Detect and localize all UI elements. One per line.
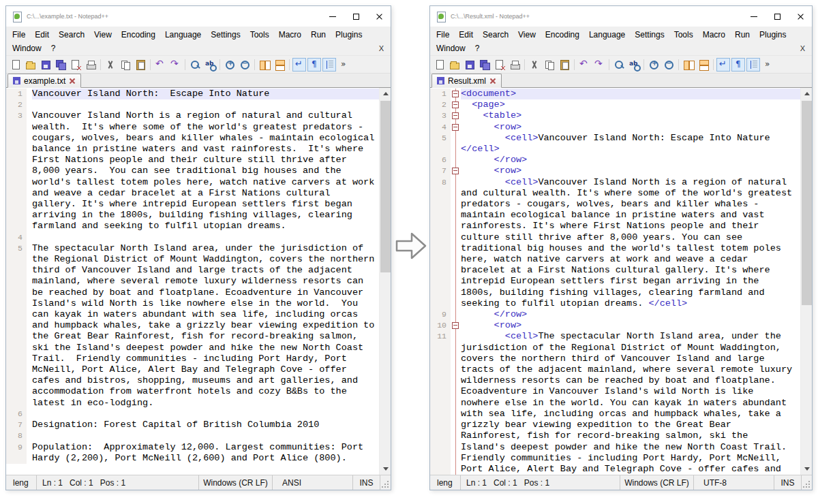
redo-button[interactable] xyxy=(592,58,606,72)
close-button[interactable] xyxy=(789,6,812,27)
menu-item-window[interactable]: Window xyxy=(7,44,46,53)
tab-result-xml[interactable]: Result.xml xyxy=(431,74,502,88)
menu-item-edit[interactable]: Edit xyxy=(30,30,54,40)
close-button[interactable] xyxy=(367,6,391,27)
menu-item-run[interactable]: Run xyxy=(306,30,331,40)
menu-item-search[interactable]: Search xyxy=(478,30,513,40)
undo-button[interactable] xyxy=(577,58,591,72)
status-insert-mode[interactable]: INS xyxy=(774,475,801,490)
print-button[interactable] xyxy=(508,58,521,72)
fold-collapse-button[interactable] xyxy=(452,322,459,329)
fold-collapse-button[interactable] xyxy=(452,101,459,108)
menu-item-file[interactable]: File xyxy=(431,30,454,40)
fold-collapse-button[interactable] xyxy=(452,168,459,174)
menu-item-encoding[interactable]: Encoding xyxy=(117,30,160,40)
zoom-out-button[interactable] xyxy=(238,58,252,72)
fold-collapse-button[interactable] xyxy=(452,112,459,119)
find-button[interactable] xyxy=(188,58,202,72)
sync-vertical-scroll-button[interactable] xyxy=(258,58,271,72)
menu-item-tools[interactable]: Tools xyxy=(245,30,274,40)
toolbar-overflow-button[interactable] xyxy=(337,58,351,72)
undo-button[interactable] xyxy=(153,58,167,72)
resize-grip[interactable] xyxy=(801,475,812,490)
tab-close-icon[interactable] xyxy=(489,78,496,84)
menu-item-view[interactable]: View xyxy=(513,30,541,40)
menu-close-button[interactable]: X xyxy=(379,44,384,52)
sync-vertical-scroll-button[interactable] xyxy=(682,58,695,72)
replace-button[interactable] xyxy=(203,58,217,72)
close-file-button[interactable] xyxy=(69,58,82,72)
maximize-button[interactable] xyxy=(344,6,367,27)
scrollbar-thumb[interactable] xyxy=(802,101,812,305)
close-file-button[interactable] xyxy=(493,58,506,72)
new-file-button[interactable] xyxy=(433,58,446,72)
resize-grip[interactable] xyxy=(380,475,391,490)
tab-close-icon[interactable] xyxy=(69,78,76,84)
show-all-characters-button[interactable] xyxy=(307,58,321,72)
menu-item-file[interactable]: File xyxy=(7,30,30,40)
show-indent-guide-button[interactable] xyxy=(322,58,336,72)
menu-item-search[interactable]: Search xyxy=(54,30,89,40)
paste-button[interactable] xyxy=(134,58,147,72)
open-file-button[interactable] xyxy=(448,58,461,72)
show-all-characters-button[interactable] xyxy=(731,58,745,72)
menu-item-language[interactable]: Language xyxy=(584,30,630,40)
editor-area[interactable]: 1Vancouver Island North: Escape Into Nat… xyxy=(6,88,391,475)
menu-item-encoding[interactable]: Encoding xyxy=(541,30,584,40)
scroll-down-button[interactable] xyxy=(801,463,812,475)
title-bar[interactable]: C:\...\Result.xml - Notepad++ xyxy=(430,6,812,27)
paste-button[interactable] xyxy=(558,58,571,72)
menu-item-language[interactable]: Language xyxy=(160,30,206,40)
menu-item-view[interactable]: View xyxy=(89,30,117,40)
menu-item-window[interactable]: Window xyxy=(431,44,470,53)
menu-item-help[interactable]: ? xyxy=(470,44,485,53)
redo-button[interactable] xyxy=(168,58,182,72)
cut-button[interactable] xyxy=(104,58,117,72)
menu-item-run[interactable]: Run xyxy=(730,30,755,40)
sync-horizontal-scroll-button[interactable] xyxy=(697,58,710,72)
menu-item-help[interactable]: ? xyxy=(46,44,61,53)
print-button[interactable] xyxy=(84,58,97,72)
fold-collapse-button[interactable] xyxy=(452,124,459,131)
menu-item-tools[interactable]: Tools xyxy=(669,30,698,40)
title-bar[interactable]: C:\...\example.txt - Notepad++ xyxy=(6,6,391,27)
minimize-button[interactable] xyxy=(321,6,344,27)
save-all-button[interactable] xyxy=(478,58,491,72)
replace-button[interactable] xyxy=(627,58,641,72)
copy-button[interactable] xyxy=(119,58,132,72)
maximize-button[interactable] xyxy=(766,6,789,27)
word-wrap-button[interactable] xyxy=(292,58,306,72)
word-wrap-button[interactable] xyxy=(716,58,730,72)
show-indent-guide-button[interactable] xyxy=(746,58,760,72)
scroll-down-button[interactable] xyxy=(380,463,391,475)
minimize-button[interactable] xyxy=(742,6,766,27)
new-file-button[interactable] xyxy=(9,58,22,72)
menu-item-macro[interactable]: Macro xyxy=(274,30,306,40)
menu-item-macro[interactable]: Macro xyxy=(698,30,730,40)
cut-button[interactable] xyxy=(528,58,541,72)
zoom-out-button[interactable] xyxy=(662,58,676,72)
vertical-scrollbar[interactable] xyxy=(800,88,812,475)
menu-item-plugins[interactable]: Plugins xyxy=(755,30,791,40)
menu-item-settings[interactable]: Settings xyxy=(206,30,245,40)
save-button[interactable] xyxy=(39,58,52,72)
scrollbar-thumb[interactable] xyxy=(380,101,391,272)
menu-item-plugins[interactable]: Plugins xyxy=(331,30,367,40)
vertical-scrollbar[interactable] xyxy=(379,88,391,475)
editor-area[interactable]: 1<document>2 <page>3 <table>4 <row>5 <ce… xyxy=(430,88,812,475)
tab-example-txt[interactable]: example.txt xyxy=(7,74,81,88)
zoom-in-button[interactable] xyxy=(223,58,237,72)
save-button[interactable] xyxy=(463,58,476,72)
fold-collapse-button[interactable] xyxy=(452,91,459,97)
toolbar-overflow-button[interactable] xyxy=(761,58,775,72)
sync-horizontal-scroll-button[interactable] xyxy=(273,58,286,72)
zoom-in-button[interactable] xyxy=(647,58,661,72)
scroll-up-button[interactable] xyxy=(380,88,391,99)
menu-close-button[interactable]: X xyxy=(800,44,805,52)
save-all-button[interactable] xyxy=(54,58,67,72)
open-file-button[interactable] xyxy=(24,58,37,72)
menu-item-settings[interactable]: Settings xyxy=(630,30,669,40)
menu-item-edit[interactable]: Edit xyxy=(454,30,478,40)
copy-button[interactable] xyxy=(543,58,556,72)
scroll-up-button[interactable] xyxy=(801,88,812,99)
